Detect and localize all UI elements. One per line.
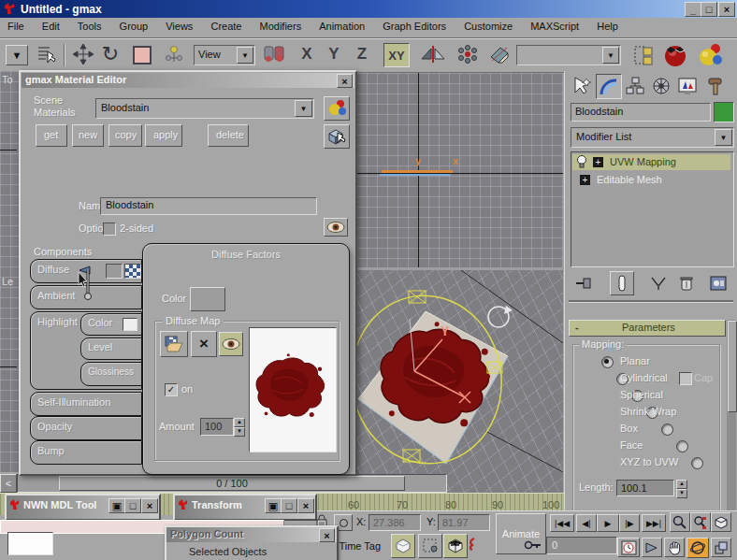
menu-create[interactable]: Create <box>203 18 249 35</box>
radio-box[interactable] <box>661 424 673 436</box>
y-coordinate-field[interactable]: 81.97 <box>438 514 490 531</box>
track-view-icon[interactable] <box>632 43 657 67</box>
named-selection-dropdown[interactable]: ▼ <box>516 45 621 65</box>
x-coordinate-field[interactable]: 27.386 <box>368 514 421 531</box>
min-max-toggle-icon[interactable] <box>711 538 731 557</box>
configure-modifier-sets-icon[interactable] <box>707 273 730 294</box>
diffuse-map-preview[interactable] <box>249 327 337 452</box>
radio-planar[interactable] <box>601 356 614 368</box>
restrict-x-button[interactable]: X <box>297 43 316 65</box>
menu-file[interactable]: File <box>0 18 32 35</box>
two-sided-checkbox[interactable] <box>103 223 116 236</box>
amount-spinner[interactable]: ▲▼ <box>234 418 245 437</box>
scene-materials-dropdown[interactable]: Bloodstain ▼ <box>95 98 314 119</box>
pan-hand-icon[interactable] <box>664 538 685 557</box>
select-and-scale-icon[interactable] <box>133 46 152 65</box>
delete-button[interactable]: delete <box>208 124 249 147</box>
expand-icon[interactable]: + <box>593 157 603 167</box>
radio-face[interactable] <box>676 440 688 452</box>
radio-xyz-to-uvw[interactable] <box>691 457 703 469</box>
current-frame-field[interactable]: 0 <box>546 537 617 554</box>
go-to-start-button[interactable]: |◀◀ <box>550 514 574 532</box>
remove-map-icon[interactable]: × <box>191 331 217 357</box>
close-icon[interactable]: × <box>141 498 158 513</box>
pin-stack-icon[interactable] <box>572 273 595 294</box>
close-button[interactable]: × <box>718 2 735 17</box>
restore-icon[interactable]: ▣ <box>265 498 282 513</box>
tab-opacity[interactable]: Opacity <box>30 416 142 440</box>
modifier-list-dropdown[interactable]: Modifier List ▼ <box>571 127 734 148</box>
viewport-perspective[interactable]: Y <box>356 270 563 494</box>
angle-snap-icon[interactable] <box>418 534 442 558</box>
go-to-end-button[interactable]: ▶▶| <box>642 514 666 532</box>
expand-icon[interactable]: + <box>580 175 590 185</box>
menu-help[interactable]: Help <box>589 18 626 35</box>
tab-modify[interactable] <box>596 74 622 99</box>
menu-modifiers[interactable]: Modifiers <box>253 18 310 35</box>
time-slider-knob[interactable]: 0 / 100 <box>59 476 405 491</box>
tab-motion[interactable] <box>649 75 673 97</box>
maximize-icon[interactable]: □ <box>281 498 297 513</box>
show-map-in-viewport-icon[interactable] <box>219 332 243 356</box>
snap-toggle-icon[interactable] <box>391 534 415 558</box>
new-button[interactable]: new <box>72 124 104 147</box>
close-icon[interactable]: × <box>297 498 314 513</box>
minimize-button[interactable]: _ <box>685 2 701 17</box>
panel-scrollbar-thumb[interactable] <box>728 321 737 412</box>
zoom-extents-icon[interactable] <box>711 512 731 532</box>
tab-create[interactable] <box>570 75 594 97</box>
copy-button[interactable]: copy <box>108 124 142 147</box>
chevron-down-icon[interactable]: ▼ <box>715 129 732 146</box>
percent-snap-icon[interactable] <box>443 534 468 558</box>
restrict-z-button[interactable]: Z <box>353 43 371 65</box>
next-frame-button[interactable]: |▶ <box>619 514 640 532</box>
select-by-name-icon[interactable] <box>36 43 58 65</box>
amount-field[interactable]: 100 <box>200 418 234 436</box>
object-color-swatch[interactable] <box>714 102 734 122</box>
cap-checkbox[interactable] <box>679 372 692 385</box>
show-end-result-icon[interactable] <box>610 271 634 295</box>
menu-edit[interactable]: Edit <box>35 18 67 35</box>
stack-item-editable-mesh[interactable]: + Editable Mesh <box>572 172 730 188</box>
subtab-highlight-color[interactable]: Color <box>80 313 142 336</box>
align-icon[interactable] <box>486 43 513 65</box>
stack-item-uvw-mapping[interactable]: + UVW Mapping <box>572 154 730 170</box>
tab-hierarchy[interactable] <box>623 75 647 97</box>
subtab-highlight-level[interactable]: Level <box>80 337 142 360</box>
close-icon[interactable]: × <box>319 528 335 542</box>
toolbar-flyout-button[interactable]: ▼ <box>6 45 28 65</box>
reference-coordinate-dropdown[interactable]: View ▼ <box>194 45 255 65</box>
material-color-icon[interactable] <box>324 96 350 121</box>
select-and-manipulate-icon[interactable] <box>164 43 184 65</box>
select-and-rotate-icon[interactable]: ↻ <box>99 42 122 66</box>
nwn-mdl-tool-window[interactable]: NWN MDL Tool ▣ □ × <box>5 494 161 521</box>
material-editor-titlebar[interactable]: gmax Material Editor × <box>22 73 354 88</box>
restrict-y-button[interactable]: Y <box>325 43 343 65</box>
tab-self-illumination[interactable]: Self-Illumination <box>30 392 142 416</box>
play-button[interactable]: ▶ <box>597 514 619 532</box>
name-field[interactable]: Bloodstain <box>100 197 317 215</box>
menu-tools[interactable]: Tools <box>70 18 109 35</box>
close-icon[interactable]: × <box>337 74 353 88</box>
length-spinner[interactable]: ▲▼ <box>676 480 687 498</box>
object-name-field[interactable]: Bloodstain <box>571 103 711 122</box>
zoom-all-icon[interactable] <box>690 512 711 532</box>
time-configuration-icon[interactable] <box>617 538 640 557</box>
select-and-move-icon[interactable] <box>72 43 94 65</box>
chevron-down-icon[interactable]: ▼ <box>237 47 253 64</box>
browse-map-icon[interactable] <box>160 331 188 357</box>
maximize-button[interactable]: □ <box>701 2 717 17</box>
show-map-eye-icon[interactable] <box>324 218 348 237</box>
previous-frame-button[interactable]: ◀| <box>576 514 597 532</box>
light-bulb-icon[interactable] <box>576 155 587 168</box>
map-on-checkbox[interactable]: ✓ <box>165 383 178 396</box>
diffuse-color-swatch[interactable] <box>106 264 123 279</box>
zoom-icon[interactable] <box>670 512 690 532</box>
maximize-icon[interactable]: □ <box>124 498 141 513</box>
chevron-down-icon[interactable]: ▼ <box>295 100 312 117</box>
make-unique-icon[interactable] <box>647 273 670 294</box>
subtab-highlight-glossiness[interactable]: Glossiness <box>80 362 142 386</box>
panel-scrollbar[interactable] <box>727 320 736 510</box>
menu-maxscript[interactable]: MAXScript <box>523 18 586 35</box>
length-field[interactable]: 100.1 <box>616 480 674 496</box>
